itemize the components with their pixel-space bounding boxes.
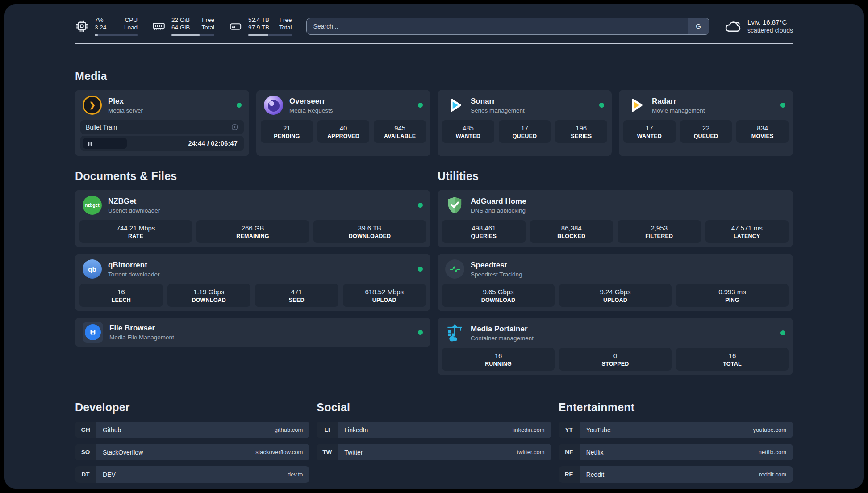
app-name: File Browser <box>109 324 174 333</box>
cpu-load-value: 3.24 <box>95 24 106 31</box>
status-online-dot <box>418 330 423 335</box>
status-online-dot <box>599 103 604 108</box>
app-desc: Media server <box>108 107 143 114</box>
plex-icon: ❯ <box>83 96 102 115</box>
weather-condition: scattered clouds <box>747 26 793 34</box>
app-name: Overseerr <box>289 97 333 106</box>
app-desc: Media Requests <box>289 107 333 114</box>
app-desc: Usenet downloader <box>108 207 160 214</box>
app-name: Plex <box>108 97 143 106</box>
bookmark-abbr: NF <box>559 444 580 460</box>
memory-total-label: Total <box>201 24 214 31</box>
nzbget-icon: nzbget <box>83 196 102 215</box>
pause-button[interactable] <box>83 138 127 149</box>
storage-free-label: Free <box>279 16 292 24</box>
bookmark-url: linkedin.com <box>512 426 544 433</box>
stat-filtered: 2,953FILTERED <box>618 220 701 243</box>
ram-icon <box>152 19 166 33</box>
status-online-dot <box>418 203 423 208</box>
storage-stat: 52.4 TB 97.9 TB Free Total <box>229 16 292 36</box>
section-title-entertainment: Entertainment <box>559 401 793 414</box>
app-name: NZBGet <box>108 197 160 206</box>
bookmark-name: Github <box>103 426 121 434</box>
app-card-overseerr[interactable]: Overseerr Media Requests 21PENDING 40APP… <box>256 90 430 156</box>
bookmark-youtube[interactable]: YT YouTube youtube.com <box>559 422 793 438</box>
section-title-utilities: Utilities <box>438 170 793 183</box>
bookmark-name: Reddit <box>586 471 604 478</box>
disc-icon[interactable] <box>231 123 238 131</box>
stat-total: 16TOTAL <box>676 348 789 371</box>
header-divider <box>75 43 793 44</box>
search-bar: G <box>306 18 709 35</box>
app-card-qbittorrent[interactable]: qb qBittorrent Torrent downloader 16LEEC… <box>75 254 430 311</box>
sonarr-icon <box>445 96 464 115</box>
bookmark-name: StackOverflow <box>103 449 143 456</box>
bookmark-abbr: SO <box>75 444 96 460</box>
memory-progress-bar <box>171 34 214 36</box>
app-desc: Torrent downloader <box>108 271 160 278</box>
cpu-icon <box>75 19 89 33</box>
app-desc: Movie management <box>652 107 705 114</box>
playback-time: 24:44 / 02:06:47 <box>188 140 241 147</box>
radarr-icon <box>626 96 646 115</box>
app-card-sonarr[interactable]: Sonarr Series management 485WANTED 17QUE… <box>438 90 612 156</box>
search-input[interactable] <box>307 18 688 34</box>
app-card-speedtest[interactable]: Speedtest Speedtest Tracking 9.65 GbpsDO… <box>438 254 793 311</box>
app-card-portainer[interactable]: Media Portainer Container management 16R… <box>438 318 793 375</box>
bookmark-url: reddit.com <box>759 471 786 478</box>
bookmark-url: dev.to <box>288 471 303 478</box>
top-bar: 7% 3.24 CPU Load <box>75 16 793 36</box>
bookmark-linkedin[interactable]: LI LinkedIn linkedin.com <box>317 422 551 438</box>
now-playing-title: Bullet Train <box>86 124 117 131</box>
stat-approved: 40APPROVED <box>317 120 370 143</box>
bookmark-reddit[interactable]: RE Reddit reddit.com <box>559 466 793 483</box>
portainer-icon <box>445 323 464 343</box>
developer-column: Developer GH Github github.com SO StackO… <box>75 401 309 483</box>
bookmark-name: DEV <box>103 471 116 478</box>
app-card-filebrowser[interactable]: File Browser Media File Management <box>75 318 430 347</box>
dashboard: 7% 3.24 CPU Load <box>4 4 864 489</box>
status-online-dot <box>418 103 423 108</box>
overseerr-icon <box>264 96 283 115</box>
app-card-adguard[interactable]: AdGuard Home DNS and adblocking 498,461Q… <box>438 190 793 247</box>
stat-latency: 47.571 msLATENCY <box>705 220 789 243</box>
stat-running: 16RUNNING <box>442 348 555 371</box>
bookmark-dev[interactable]: DT DEV dev.to <box>75 466 309 483</box>
cpu-load-label: Load <box>124 24 138 31</box>
cpu-usage-label: CPU <box>124 16 138 24</box>
status-online-dot <box>780 330 785 335</box>
disk-icon <box>229 19 242 33</box>
bookmark-name: Netflix <box>586 449 604 456</box>
search-engine-button[interactable]: G <box>688 18 709 34</box>
memory-stat: 22 GiB 64 GiB Free Total <box>152 16 214 36</box>
stat-leech: 16LEECH <box>79 284 163 307</box>
bookmark-netflix[interactable]: NF Netflix netflix.com <box>559 444 793 460</box>
bookmark-stackoverflow[interactable]: SO StackOverflow stackoverflow.com <box>75 444 309 460</box>
weather-location-temp: Lviv, 16.87°C <box>747 18 793 26</box>
bookmark-abbr: TW <box>317 444 338 460</box>
cpu-stat: 7% 3.24 CPU Load <box>75 16 138 36</box>
filebrowser-icon <box>83 322 103 343</box>
cloud-icon <box>724 17 742 35</box>
utilities-column: Utilities AdGuard Home <box>438 170 793 375</box>
entertainment-column: Entertainment YT YouTube youtube.com NF … <box>559 401 793 483</box>
section-title-media: Media <box>75 70 793 83</box>
stat-wanted: 17WANTED <box>623 120 676 143</box>
stat-blocked: 86,384BLOCKED <box>530 220 613 243</box>
bookmark-github[interactable]: GH Github github.com <box>75 422 309 438</box>
bookmark-name: LinkedIn <box>344 426 368 434</box>
stat-upload: 618.52 MbpsUPLOAD <box>343 284 426 307</box>
bookmark-abbr: LI <box>317 422 338 438</box>
bookmark-url: twitter.com <box>517 449 545 455</box>
cpu-progress-bar <box>95 34 138 36</box>
stat-remaining: 266 GBREMAINING <box>196 220 309 243</box>
bookmark-twitter[interactable]: TW Twitter twitter.com <box>317 444 551 460</box>
app-card-nzbget[interactable]: nzbget NZBGet Usenet downloader 744.21 M… <box>75 190 430 247</box>
storage-total-label: Total <box>279 24 292 31</box>
app-card-radarr[interactable]: Radarr Movie management 17WANTED 22QUEUE… <box>619 90 793 156</box>
social-column: Social LI LinkedIn linkedin.com TW Twitt… <box>317 401 551 460</box>
bookmark-abbr: DT <box>75 466 96 483</box>
app-name: Speedtest <box>471 261 522 270</box>
stat-upload: 9.24 GbpsUPLOAD <box>559 284 672 307</box>
app-card-plex[interactable]: ❯ Plex Media server Bullet Train <box>75 90 249 156</box>
